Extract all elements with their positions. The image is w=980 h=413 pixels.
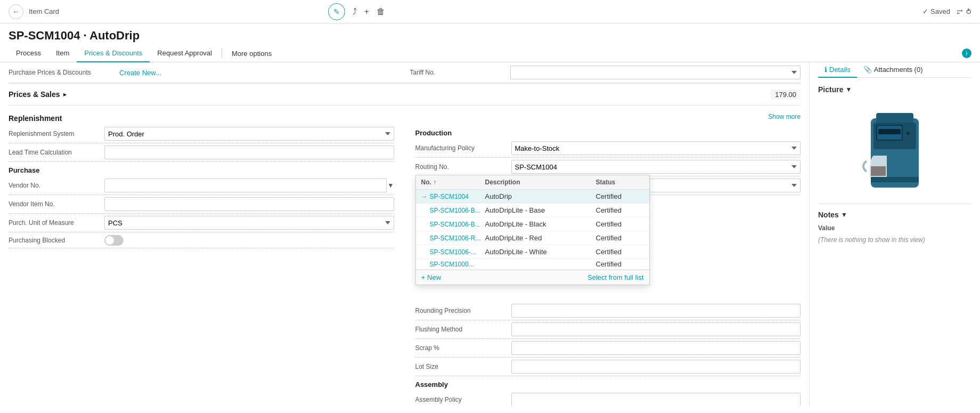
replenishment-system-field: Prod. Order xyxy=(104,127,394,141)
mfg-policy-row: Manufacturing Policy Make-to-Stock xyxy=(415,139,801,158)
flushing-label: Flushing Method xyxy=(415,326,511,333)
dropdown-row-desc-3: AutoDripLite - Red xyxy=(485,234,596,242)
scrap-input[interactable] xyxy=(511,341,801,355)
prices-sales-chevron: ▸ xyxy=(63,91,67,98)
vendor-no-input[interactable] xyxy=(104,179,387,192)
new-label: New xyxy=(427,273,441,281)
tab-process[interactable]: Process xyxy=(9,45,48,62)
dropdown-row[interactable]: SP-SCM1006-B... AutoDripLite - Base Cert… xyxy=(416,204,649,217)
purchasing-blocked-toggle[interactable] xyxy=(104,235,124,246)
toggle-knob xyxy=(105,236,114,245)
routing-no-select[interactable]: SP-SCM1004 xyxy=(511,160,801,174)
vendor-item-no-input[interactable] xyxy=(104,197,394,211)
tab-item[interactable]: Item xyxy=(48,45,77,62)
purchasing-blocked-field xyxy=(104,235,394,246)
add-button[interactable]: + xyxy=(364,7,369,17)
dropdown-new-button[interactable]: + New xyxy=(421,273,442,281)
mfg-policy-label: Manufacturing Policy xyxy=(415,144,511,152)
replenishment-left-col: Replenishment System Prod. Order Lead Ti… xyxy=(9,125,394,406)
vendor-item-no-row: Vendor Item No. xyxy=(9,195,394,214)
dropdown-list: → SP-SCM1004 AutoDrip Certified SP-SCM10… xyxy=(416,190,649,270)
notes-section: Notes ▼ Value (There is nothing to show … xyxy=(818,204,971,246)
dropdown-row-desc-0: AutoDrip xyxy=(485,192,596,200)
dropdown-row[interactable]: SP-SCM1000... Certified xyxy=(416,259,649,270)
tab-details[interactable]: ℹ Details xyxy=(818,62,857,78)
expand-icon[interactable]: ⥂ xyxy=(957,7,963,16)
notes-value-row: Value xyxy=(818,222,971,234)
tariff-select[interactable] xyxy=(510,66,801,79)
prices-sales-label: Prices & Sales xyxy=(9,90,60,99)
top-bar: ← Item Card ✎ ⤴ + 🗑 ✓ Saved ⥂ ⥁ xyxy=(0,0,980,23)
svg-rect-9 xyxy=(871,166,886,176)
purch-uom-select[interactable]: PCS xyxy=(104,216,394,230)
assembly-policy-input[interactable] xyxy=(511,393,801,406)
show-more-link[interactable]: Show more xyxy=(768,113,801,120)
vendor-item-no-field xyxy=(104,197,394,211)
notes-chevron-icon: ▼ xyxy=(841,211,847,218)
replenishment-system-select[interactable]: Prod. Order xyxy=(104,127,394,141)
select-from-full-list-link[interactable]: Select from full list xyxy=(587,273,643,281)
vendor-no-dropdown-icon[interactable]: ▼ xyxy=(388,182,394,189)
collapse-icon[interactable]: ⥁ xyxy=(966,7,971,16)
dropdown-row-no-3: SP-SCM1006-R... xyxy=(430,234,485,242)
selected-arrow-icon: → xyxy=(421,193,430,200)
tab-more-options[interactable]: More options xyxy=(224,45,279,62)
vendor-item-no-label: Vendor Item No. xyxy=(9,200,104,208)
dropdown-row[interactable]: SP-SCM1006-B... AutoDripLite - Black Cer… xyxy=(416,217,649,231)
dropdown-row-desc-4: AutoDripLite - White xyxy=(485,248,596,256)
lead-time-row: Lead Time Calculation xyxy=(9,143,394,162)
mfg-policy-select[interactable]: Make-to-Stock xyxy=(511,141,801,155)
nav-tabs: Process Item Prices & Discounts Request … xyxy=(0,45,980,62)
rounding-row: Rounding Precision xyxy=(415,302,801,320)
prices-sales-heading[interactable]: Prices & Sales ▸ xyxy=(9,87,67,102)
dropdown-row-no-4: SP-SCM1006-... xyxy=(430,248,485,256)
right-panel: ℹ Details 📎 Attachments (0) Picture ▼ xyxy=(810,62,980,406)
notes-label: Notes xyxy=(818,210,839,219)
dropdown-row-status-1: Certified xyxy=(596,206,644,214)
rounding-field xyxy=(511,304,801,318)
dropdown-col-no-header: No. ↑ xyxy=(421,179,485,186)
production-heading: Production xyxy=(415,125,801,139)
delete-button[interactable]: 🗑 xyxy=(377,7,385,17)
share-button[interactable]: ⤴ xyxy=(353,7,357,17)
plus-icon: + xyxy=(421,273,426,281)
routing-no-field: SP-SCM1004 xyxy=(511,160,801,174)
prices-sales-value: 179.00 xyxy=(771,90,801,100)
left-panel: Purchase Prices & Discounts Create New..… xyxy=(0,62,810,406)
main-content: Purchase Prices & Discounts Create New..… xyxy=(0,62,980,406)
rounding-label: Rounding Precision xyxy=(415,307,511,314)
assembly-policy-row: Assembly Policy xyxy=(415,391,801,406)
scrap-row: Scrap % xyxy=(415,339,801,358)
purch-uom-label: Purch. Unit of Measure xyxy=(9,219,104,226)
create-new-link[interactable]: Create New... xyxy=(119,69,161,77)
lead-time-input[interactable] xyxy=(104,145,394,159)
tab-request-approval[interactable]: Request Approval xyxy=(150,45,219,62)
lot-size-input[interactable] xyxy=(511,360,801,374)
page-title-bar: SP-SCM1004 · AutoDrip xyxy=(0,23,980,45)
prices-sales-row: Prices & Sales ▸ 179.00 xyxy=(9,83,801,105)
dropdown-row-desc-1: AutoDripLite - Base xyxy=(485,206,596,214)
info-badge: i xyxy=(962,48,971,58)
scrap-field xyxy=(511,341,801,355)
purchasing-blocked-row: Purchasing Blocked xyxy=(9,232,394,248)
dropdown-row-no-1: SP-SCM1006-B... xyxy=(430,207,485,214)
product-image xyxy=(855,102,935,198)
back-button[interactable]: ← xyxy=(9,4,23,19)
dropdown-col-status-header: Status xyxy=(596,179,644,186)
tab-prices-discounts[interactable]: Prices & Discounts xyxy=(77,45,150,62)
notes-empty-text: (There is nothing to show in this view) xyxy=(818,234,971,246)
edit-button[interactable]: ✎ xyxy=(328,3,345,20)
dropdown-row-status-5: Certified xyxy=(596,260,644,268)
assembly-policy-label: Assembly Policy xyxy=(415,396,511,403)
flushing-input[interactable] xyxy=(511,322,801,336)
page-title: SP-SCM1004 · AutoDrip xyxy=(9,29,971,43)
dropdown-row[interactable]: SP-SCM1006-R... AutoDripLite - Red Certi… xyxy=(416,231,649,245)
tab-attachments[interactable]: 📎 Attachments (0) xyxy=(857,62,929,78)
dropdown-row[interactable]: → SP-SCM1004 AutoDrip Certified xyxy=(416,190,649,204)
notes-heading: Notes ▼ xyxy=(818,207,971,222)
rounding-input[interactable] xyxy=(511,304,801,318)
picture-section-heading[interactable]: Picture ▼ xyxy=(818,82,971,97)
breadcrumb: Item Card xyxy=(29,7,59,15)
replenishment-system-row: Replenishment System Prod. Order xyxy=(9,125,394,143)
dropdown-row[interactable]: SP-SCM1006-... AutoDripLite - White Cert… xyxy=(416,245,649,259)
